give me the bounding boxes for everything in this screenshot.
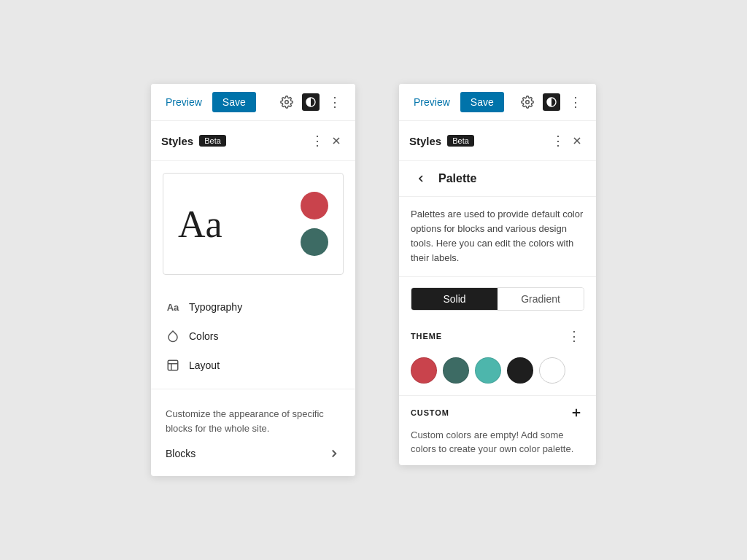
swatch-dark-teal[interactable] — [443, 357, 469, 384]
beta-badge: Beta — [199, 135, 226, 147]
theme-dots-icon: ⋮ — [568, 328, 581, 344]
right-preview-button[interactable]: Preview — [409, 93, 454, 111]
layout-menu-item[interactable]: Layout — [151, 351, 355, 380]
contrast-button[interactable] — [302, 93, 320, 111]
layout-icon — [166, 358, 180, 373]
gradient-button[interactable]: Gradient — [498, 288, 584, 310]
dots-icon: ⋮ — [328, 94, 342, 110]
right-settings-button[interactable] — [518, 93, 537, 112]
styles-title: Styles — [161, 135, 193, 147]
right-header-dots-icon: ⋮ — [551, 133, 565, 149]
bottom-description: Customize the appearance of specific blo… — [166, 407, 341, 435]
more-options-button[interactable]: ⋮ — [325, 91, 345, 113]
palette-type-toggle: Solid Gradient — [411, 287, 584, 311]
custom-label: CUSTOM — [411, 408, 449, 417]
theme-label: THEME — [411, 332, 442, 341]
style-preview: Aa — [163, 173, 344, 275]
solid-button[interactable]: Solid — [411, 288, 498, 310]
svg-point-0 — [285, 101, 289, 104]
right-gear-icon — [521, 96, 534, 109]
colors-label: Colors — [189, 330, 218, 342]
custom-section: CUSTOM Custom colors are empty! Add some… — [399, 395, 596, 465]
styles-menu: Aa Typography Colors — [151, 287, 355, 386]
right-close-icon — [571, 135, 583, 147]
right-save-button[interactable]: Save — [460, 92, 504, 112]
color-preview-dots — [301, 192, 328, 256]
right-dots-icon: ⋮ — [569, 94, 583, 110]
theme-color-swatches — [399, 351, 596, 395]
colors-menu-item[interactable]: Colors — [151, 322, 355, 351]
swatch-red[interactable] — [411, 357, 437, 384]
left-panel-header: Styles Beta ⋮ — [151, 121, 355, 161]
contrast-icon — [305, 96, 317, 108]
typography-label: Typography — [189, 301, 242, 313]
palette-title: Palette — [438, 172, 476, 185]
blocks-label: Blocks — [166, 448, 196, 459]
custom-empty-message: Custom colors are empty! Add some colors… — [411, 428, 584, 456]
divider — [151, 389, 355, 389]
swatch-black[interactable] — [507, 357, 533, 384]
custom-section-header: CUSTOM — [411, 405, 584, 421]
save-button[interactable]: Save — [212, 92, 256, 112]
layout-label: Layout — [189, 359, 220, 371]
left-styles-panel: Preview Save ⋮ Styles Beta — [151, 84, 355, 476]
typography-preview: Aa — [178, 203, 222, 246]
theme-more-button[interactable]: ⋮ — [565, 325, 584, 347]
palette-description: Palettes are used to provide default col… — [399, 197, 596, 277]
svg-rect-3 — [168, 360, 178, 370]
bottom-section: Customize the appearance of specific blo… — [151, 392, 355, 476]
chevron-left-icon — [415, 173, 427, 184]
blocks-row[interactable]: Blocks — [166, 446, 341, 462]
header-dots-icon: ⋮ — [311, 133, 325, 149]
svg-point-6 — [526, 101, 530, 104]
header-more-button[interactable]: ⋮ — [308, 130, 328, 152]
preview-dot-red — [301, 192, 328, 219]
swatch-white[interactable] — [539, 357, 565, 384]
colors-icon — [166, 329, 180, 343]
gear-icon — [280, 96, 293, 109]
right-contrast-button[interactable] — [543, 93, 560, 111]
right-more-button[interactable]: ⋮ — [566, 91, 586, 113]
left-toolbar: Preview Save ⋮ — [151, 84, 355, 121]
right-close-button[interactable] — [568, 132, 586, 149]
swatch-teal[interactable] — [475, 357, 501, 384]
plus-icon — [570, 406, 583, 419]
right-beta-badge: Beta — [447, 135, 474, 147]
preview-dot-teal — [301, 228, 328, 256]
add-custom-color-button[interactable] — [568, 405, 584, 421]
right-palette-panel: Preview Save ⋮ Styles Beta — [399, 84, 596, 465]
chevron-right-icon — [328, 447, 341, 460]
close-icon — [330, 135, 342, 147]
right-toolbar: Preview Save ⋮ — [399, 84, 596, 121]
palette-nav-header: Palette — [399, 161, 596, 197]
right-styles-title: Styles — [409, 135, 441, 147]
right-header-more-button[interactable]: ⋮ — [549, 130, 568, 152]
typography-menu-item[interactable]: Aa Typography — [151, 292, 355, 322]
theme-section-header: THEME ⋮ — [399, 321, 596, 351]
preview-button[interactable]: Preview — [161, 93, 206, 111]
typography-icon: Aa — [166, 300, 180, 314]
close-button[interactable] — [328, 132, 345, 149]
back-button[interactable] — [411, 171, 431, 186]
settings-button[interactable] — [277, 93, 296, 112]
right-panel-header: Styles Beta ⋮ — [399, 121, 596, 161]
right-contrast-icon — [546, 96, 557, 108]
